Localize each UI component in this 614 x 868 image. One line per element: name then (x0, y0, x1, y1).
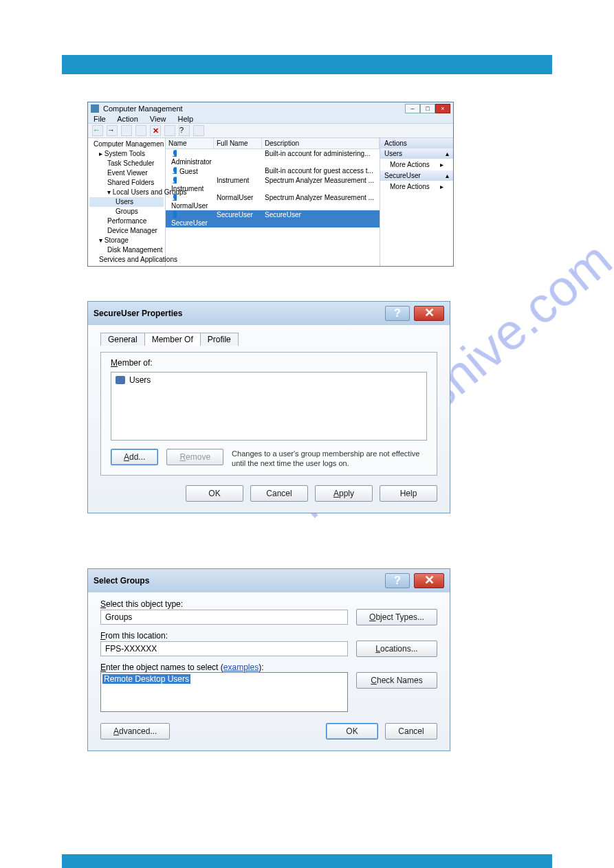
tree-storage[interactable]: ▾ Storage (89, 236, 164, 245)
menu-file[interactable]: File (94, 115, 106, 123)
actions-group-secureuser[interactable]: SecureUser▴ (380, 170, 453, 181)
actions-header: Actions (380, 138, 453, 148)
user-icon: 👤 (168, 194, 177, 201)
list-item[interactable]: Users (116, 375, 422, 385)
chevron-right-icon: ▸ (440, 161, 443, 168)
help-button[interactable]: Help (380, 485, 437, 502)
properties-icon[interactable] (164, 125, 175, 136)
entered-name: Remote Desktop Users (102, 674, 190, 684)
close-button[interactable]: ✕ (414, 573, 444, 588)
secureuser-properties-dialog: SecureUser Properties ? ✕ General Member… (87, 301, 450, 513)
menu-view[interactable]: View (150, 115, 166, 123)
tree-root[interactable]: Computer Management (Local) (89, 140, 164, 149)
close-button[interactable]: × (435, 104, 450, 113)
tree-shared-folders[interactable]: Shared Folders (89, 178, 164, 188)
table-row[interactable]: 👤Instrument Instrument Spectrum Analyzer… (166, 176, 380, 193)
user-icon: 👤 (168, 150, 177, 157)
enter-names-label: Enter the object names to select (exampl… (100, 663, 437, 672)
locations-button[interactable]: Locations... (356, 641, 437, 657)
examples-link[interactable]: examples (223, 663, 259, 672)
col-name[interactable]: Name (166, 138, 214, 148)
actions-pane: Actions Users▴ More Actions▸ SecureUser▴… (380, 138, 453, 266)
table-row-selected[interactable]: 👤SecureUser SecureUser SecureUser (166, 210, 380, 227)
bottom-banner (62, 854, 552, 868)
remove-button: Remove (166, 449, 223, 465)
cancel-button[interactable]: Cancel (385, 723, 437, 739)
tree-local-users-groups[interactable]: ▾ Local Users and Groups (89, 188, 164, 197)
nav-tree[interactable]: Computer Management (Local) ▸ System Too… (88, 138, 166, 266)
add-button[interactable]: Add... (111, 449, 158, 465)
tabstrip: General Member Of Profile (100, 332, 437, 345)
dialog-titlebar[interactable]: Select Groups ? ✕ (88, 569, 450, 592)
app-icon (91, 104, 99, 113)
computer-management-window: Computer Management – □ × File Action Vi… (87, 102, 454, 267)
advanced-button[interactable]: Advanced... (100, 723, 170, 739)
object-type-label: Select this object type: (100, 599, 437, 609)
tree-disk-management[interactable]: Disk Management (89, 245, 164, 255)
col-description[interactable]: Description (262, 138, 380, 148)
forward-icon[interactable]: → (107, 125, 118, 136)
check-names-button[interactable]: Check Names (356, 672, 437, 689)
apply-button[interactable]: Apply (315, 485, 373, 502)
ok-button[interactable]: OK (186, 485, 243, 502)
maximize-button[interactable]: □ (420, 104, 435, 113)
menu-bar[interactable]: File Action View Help (88, 115, 453, 123)
chevron-right-icon: ▸ (440, 183, 443, 190)
location-label: From this location: (100, 631, 437, 641)
window-title: Computer Management (103, 104, 183, 113)
delete-icon[interactable]: ✕ (150, 125, 161, 136)
tree-performance[interactable]: Performance (89, 216, 164, 226)
help-icon[interactable]: ? (179, 125, 190, 136)
member-of-list[interactable]: Users (111, 372, 427, 441)
dialog-titlebar[interactable]: SecureUser Properties ? ✕ (88, 302, 450, 325)
object-names-textarea[interactable]: Remote Desktop Users (100, 672, 348, 712)
membership-note: Changes to a user's group membership are… (232, 449, 427, 468)
tab-panel: Member of: Users Add... Remove Changes t… (100, 352, 437, 476)
select-groups-dialog: Select Groups ? ✕ Select this object typ… (87, 568, 450, 751)
back-icon[interactable]: ← (92, 125, 103, 136)
table-header: Name Full Name Description (166, 138, 380, 149)
help-titlebar-button[interactable]: ? (385, 573, 410, 588)
folder-icon[interactable] (135, 125, 146, 136)
folder-up-icon[interactable] (121, 125, 132, 136)
object-type-field[interactable]: Groups (100, 610, 348, 625)
cancel-button[interactable]: Cancel (250, 485, 308, 502)
dialog-title: Select Groups (94, 576, 149, 586)
actions-group-users[interactable]: Users▴ (380, 148, 453, 159)
minimize-button[interactable]: – (405, 104, 420, 113)
window-titlebar[interactable]: Computer Management – □ × (88, 102, 453, 115)
tab-general[interactable]: General (100, 333, 145, 346)
user-icon: 👤 (168, 177, 177, 183)
refresh-icon[interactable] (193, 125, 204, 136)
tree-system-tools[interactable]: ▸ System Tools (89, 149, 164, 159)
toolbar: ← → ✕ ? (88, 123, 453, 138)
close-button[interactable]: ✕ (414, 306, 444, 321)
tree-device-manager[interactable]: Device Manager (89, 226, 164, 236)
user-icon: 👤 (168, 211, 177, 218)
object-types-button[interactable]: Object Types... (356, 609, 437, 625)
col-full-name[interactable]: Full Name (214, 138, 262, 148)
tree-event-viewer[interactable]: Event Viewer (89, 168, 164, 178)
user-list[interactable]: Name Full Name Description 👤Administrato… (166, 138, 380, 266)
tab-member-of[interactable]: Member Of (144, 333, 201, 346)
menu-action[interactable]: Action (117, 115, 138, 123)
location-field[interactable]: FPS-XXXXXX (100, 641, 348, 656)
group-name: Users (129, 375, 151, 385)
tree-groups[interactable]: Groups (89, 207, 164, 216)
tree-task-scheduler[interactable]: Task Scheduler (89, 159, 164, 168)
actions-more[interactable]: More Actions▸ (380, 159, 453, 170)
table-row[interactable]: 👤Administrator Built-in account for admi… (166, 149, 380, 166)
user-icon: 👤 (168, 167, 177, 174)
tree-users[interactable]: Users (89, 197, 164, 207)
table-row[interactable]: 👤Guest Built-in account for guest access… (166, 166, 380, 176)
dialog-title: SecureUser Properties (94, 309, 182, 318)
top-banner (62, 55, 552, 74)
tree-services-apps[interactable]: Services and Applications (89, 255, 164, 265)
tab-profile[interactable]: Profile (200, 333, 239, 346)
ok-button[interactable]: OK (326, 723, 378, 739)
menu-help[interactable]: Help (178, 115, 194, 123)
table-row[interactable]: 👤NormalUser NormalUser Spectrum Analyzer… (166, 193, 380, 210)
group-icon (116, 376, 125, 384)
help-titlebar-button[interactable]: ? (385, 306, 410, 321)
actions-more-2[interactable]: More Actions▸ (380, 181, 453, 192)
